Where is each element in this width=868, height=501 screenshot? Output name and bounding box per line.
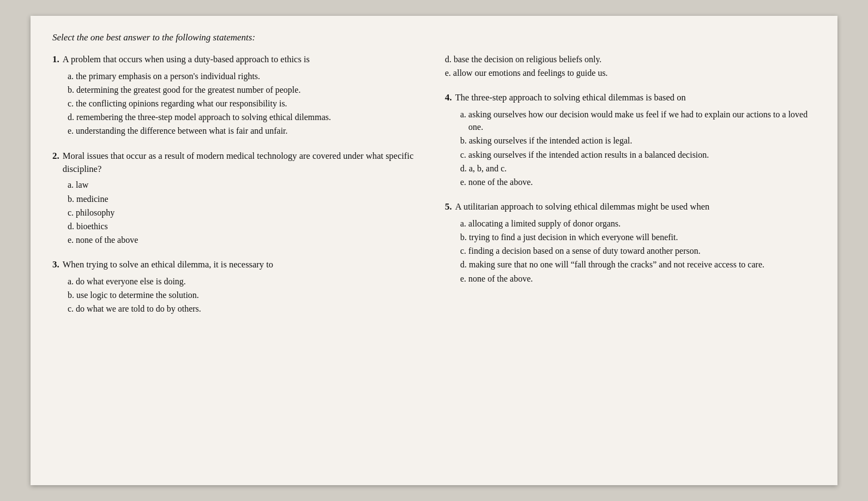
list-item: b. use logic to determine the solution. [68,289,423,301]
list-item: b. medicine [68,193,423,205]
option-label: d. [68,111,74,123]
question-4: 4. The three-step approach to solving et… [445,91,816,188]
list-item: a. law [68,178,423,191]
question-4-text: The three-step approach to solving ethic… [455,91,686,105]
option-label: e. [460,272,466,285]
option-label: a. [460,108,466,133]
option-label: d. [68,220,74,232]
list-item: d. bioethics [68,220,423,232]
option-text: remembering the three-step model approac… [76,111,331,123]
option-label: c. [68,302,74,315]
list-item: d. base the decision on religious belief… [445,53,816,65]
list-item: e. none of the above. [460,176,816,188]
question-2-number: 2. [52,150,59,176]
question-5-number: 5. [445,200,452,214]
option-text: trying to find a just decision in which … [469,231,678,243]
list-item: a. asking ourselves how our decision wou… [460,108,816,133]
option-text: none of the above [76,234,138,246]
question-1-number: 1. [52,53,59,67]
option-text: the conflicting opinions regarding what … [76,97,287,110]
option-text: allocating a limited supply of donor org… [468,217,620,230]
question-5-text: A utilitarian approach to solving ethica… [455,200,709,214]
question-3-cont-options: d. base the decision on religious belief… [445,53,816,79]
option-text: finding a decision based on a sense of d… [468,244,701,257]
list-item: d. remembering the three-step model appr… [68,111,423,123]
list-item: b. determining the greatest good for the… [68,83,423,96]
option-label: a. [68,275,74,288]
question-2-stem: 2. Moral issues that occur as a result o… [52,150,423,176]
list-item: b. trying to find a just decision in whi… [460,231,816,243]
list-item: a. allocating a limited supply of donor … [460,217,816,230]
list-item: d. a, b, and c. [460,162,816,175]
option-text: law [76,178,88,191]
option-label: b. [68,193,74,205]
option-label: b. [460,231,467,243]
option-text: do what we are told to do by others. [76,302,201,315]
list-item: c. do what we are told to do by others. [68,302,423,315]
question-5-stem: 5. A utilitarian approach to solving eth… [445,200,816,214]
question-3-text: When trying to solve an ethical dilemma,… [63,258,273,272]
list-item: c. asking ourselves if the intended acti… [460,148,816,161]
option-text: making sure that no one will “fall throu… [469,258,764,271]
option-text: the primary emphasis on a person's indiv… [76,70,260,82]
question-4-number: 4. [445,91,452,105]
option-label: c. [68,97,74,110]
option-label: a. [68,70,74,82]
option-text: asking ourselves how our decision would … [468,108,816,133]
question-3-stem: 3. When trying to solve an ethical dilem… [52,258,423,272]
question-2-options: a. law b. medicine c. philosophy d. [68,178,423,246]
option-text: medicine [76,193,108,205]
option-text: use logic to determine the solution. [76,289,199,301]
option-label: d. [445,53,451,65]
option-label: c. [460,244,466,257]
list-item: e. none of the above [68,234,423,246]
question-2-text: Moral issues that occur as a result of m… [63,150,423,176]
option-text: asking ourselves if the intended action … [468,148,709,161]
option-text: philosophy [76,206,114,219]
option-label: d. [460,258,467,271]
columns: 1. A problem that occurs when using a du… [52,53,816,327]
option-label: e. [445,67,451,79]
question-2: 2. Moral issues that occur as a result o… [52,150,423,247]
option-text: do what everyone else is doing. [76,275,186,288]
question-3-continued: d. base the decision on religious belief… [445,53,816,79]
option-label: b. [460,134,467,147]
option-text: a, b, and c. [469,162,507,175]
list-item: e. understanding the difference between … [68,124,423,137]
question-1: 1. A problem that occurs when using a du… [52,53,423,138]
option-text: base the decision on religious beliefs o… [454,53,601,65]
question-1-stem: 1. A problem that occurs when using a du… [52,53,423,67]
question-3: 3. When trying to solve an ethical dilem… [52,258,423,315]
list-item: c. philosophy [68,206,423,219]
option-text: asking ourselves if the intended action … [469,134,632,147]
question-5-options: a. allocating a limited supply of donor … [460,217,816,285]
option-label: b. [68,83,74,96]
list-item: b. asking ourselves if the intended acti… [460,134,816,147]
option-text: determining the greatest good for the gr… [76,83,300,96]
question-3-number: 3. [52,258,59,272]
list-item: a. the primary emphasis on a person's in… [68,70,423,82]
option-label: c. [460,148,466,161]
option-label: d. [460,162,467,175]
option-text: none of the above. [468,176,533,188]
instruction: Select the one best answer to the follow… [52,32,816,43]
question-5: 5. A utilitarian approach to solving eth… [445,200,816,285]
right-column: d. base the decision on religious belief… [445,53,816,327]
list-item: a. do what everyone else is doing. [68,275,423,288]
list-item: d. making sure that no one will “fall th… [460,258,816,271]
option-text: understanding the difference between wha… [76,124,287,137]
list-item: c. the conflicting opinions regarding wh… [68,97,423,110]
question-3-options: a. do what everyone else is doing. b. us… [68,275,423,315]
list-item: e. allow our emotions and feelings to gu… [445,67,816,79]
list-item: c. finding a decision based on a sense o… [460,244,816,257]
option-text: allow our emotions and feelings to guide… [453,67,608,79]
option-label: e. [68,234,74,246]
option-label: b. [68,289,74,301]
option-label: e. [68,124,74,137]
list-item: e. none of the above. [460,272,816,285]
option-text: none of the above. [468,272,533,285]
option-label: a. [68,178,74,191]
option-label: c. [68,206,74,219]
option-text: bioethics [76,220,108,232]
left-column: 1. A problem that occurs when using a du… [52,53,423,327]
